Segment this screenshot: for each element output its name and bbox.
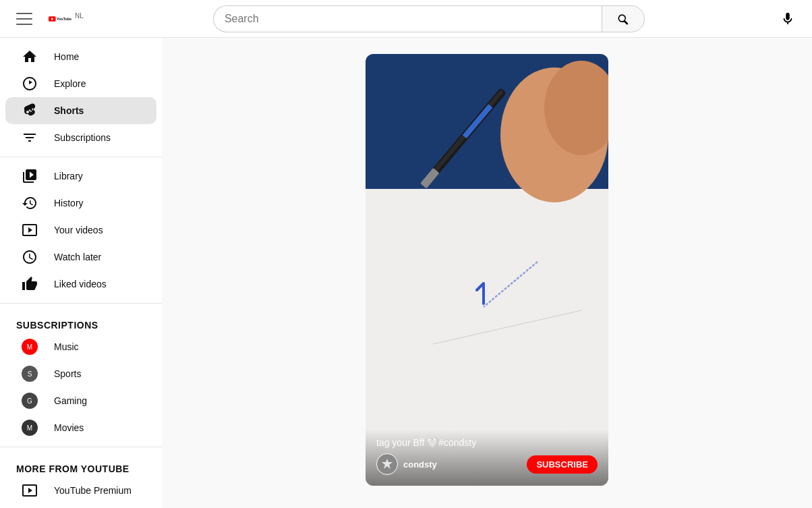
header: YouTube NL xyxy=(0,0,812,38)
your-videos-icon xyxy=(22,222,38,238)
search-button[interactable] xyxy=(602,5,645,32)
main-content: tag your Bff 🤍#condsty condsty SUBSCRIBE xyxy=(162,38,812,508)
logo-country: NL xyxy=(75,12,84,20)
more-section-title: MORE FROM YOUTUBE xyxy=(0,453,162,477)
hamburger-icon xyxy=(16,11,32,27)
channel-avatar-icon xyxy=(378,455,397,474)
sidebar-item-sports-label: Sports xyxy=(54,368,81,379)
search-area xyxy=(94,5,763,32)
sidebar-item-history-label: History xyxy=(54,198,84,208)
sidebar-item-explore[interactable]: Explore xyxy=(5,70,156,97)
svg-text:YouTube: YouTube xyxy=(57,16,71,20)
shorts-icon xyxy=(22,103,38,119)
shorts-container: tag your Bff 🤍#condsty condsty SUBSCRIBE xyxy=(366,54,608,492)
short-overlay: tag your Bff 🤍#condsty condsty SUBSCRIBE xyxy=(366,429,608,486)
sidebar-item-youtube-premium[interactable]: YouTube Premium xyxy=(5,477,156,504)
sidebar: Home Explore Shorts Subscriptions Librar… xyxy=(0,38,162,508)
sidebar-item-watch-later-label: Watch later xyxy=(54,252,101,262)
mic-icon xyxy=(780,11,795,26)
sidebar-item-movies-label: Movies xyxy=(54,422,84,433)
sidebar-item-history[interactable]: History xyxy=(5,190,156,217)
library-icon xyxy=(22,168,38,184)
sidebar-item-liked-videos-label: Liked videos xyxy=(54,279,107,289)
search-bar xyxy=(213,5,645,32)
music-avatar: M xyxy=(22,339,38,355)
search-icon xyxy=(616,12,630,26)
subscriptions-icon xyxy=(22,130,38,146)
watch-later-icon xyxy=(22,249,38,265)
sidebar-item-your-videos[interactable]: Your videos xyxy=(5,217,156,244)
home-icon xyxy=(22,49,38,65)
history-icon xyxy=(22,195,38,211)
search-input[interactable] xyxy=(213,5,602,32)
sidebar-item-your-videos-label: Your videos xyxy=(54,225,103,235)
liked-videos-icon xyxy=(22,276,38,292)
sidebar-divider-2 xyxy=(0,303,162,304)
header-left: YouTube NL xyxy=(11,5,84,32)
youtube-logo-icon: YouTube xyxy=(49,11,71,27)
sidebar-item-youtube-premium-label: YouTube Premium xyxy=(54,485,132,496)
sidebar-item-movies[interactable]: M Movies xyxy=(5,414,156,441)
sidebar-item-shorts[interactable]: Shorts xyxy=(5,97,156,124)
gaming-avatar: G xyxy=(22,393,38,409)
sidebar-divider-1 xyxy=(0,157,162,157)
sidebar-item-gaming[interactable]: G Gaming xyxy=(5,387,156,414)
channel-name: condsty xyxy=(403,459,437,470)
sidebar-item-watch-later[interactable]: Watch later xyxy=(5,244,156,271)
sidebar-item-music-label: Music xyxy=(54,341,79,352)
hamburger-button[interactable] xyxy=(11,5,38,32)
sidebar-item-movies2[interactable]: Movies xyxy=(5,504,156,508)
sidebar-divider-3 xyxy=(0,447,162,447)
subscribe-button[interactable]: SUBSCRIBE xyxy=(527,455,598,474)
sidebar-item-shorts-label: Shorts xyxy=(54,105,84,116)
short-card[interactable]: tag your Bff 🤍#condsty condsty SUBSCRIBE xyxy=(366,54,608,486)
explore-icon xyxy=(22,76,38,92)
sidebar-item-subscriptions-label: Subscriptions xyxy=(54,132,111,143)
mic-button[interactable] xyxy=(774,5,801,32)
short-video: tag your Bff 🤍#condsty condsty SUBSCRIBE xyxy=(366,54,608,486)
sidebar-item-music[interactable]: M Music xyxy=(5,333,156,360)
sidebar-item-gaming-label: Gaming xyxy=(54,395,87,406)
subscriptions-section-title: SUBSCRIPTIONS xyxy=(0,309,162,333)
sidebar-item-home-label: Home xyxy=(54,51,79,62)
sports-avatar: S xyxy=(22,366,38,382)
header-right xyxy=(774,5,801,32)
sidebar-item-home[interactable]: Home xyxy=(5,43,156,70)
short-tag-text: tag your Bff 🤍#condsty xyxy=(376,437,598,448)
sidebar-item-liked-videos[interactable]: Liked videos xyxy=(5,271,156,298)
video-visual xyxy=(366,54,608,486)
sidebar-item-library[interactable]: Library xyxy=(5,163,156,190)
channel-avatar xyxy=(376,453,398,475)
movies-avatar: M xyxy=(22,420,38,436)
premium-icon xyxy=(22,482,38,499)
sidebar-item-library-label: Library xyxy=(54,171,83,181)
sidebar-item-explore-label: Explore xyxy=(54,78,86,89)
youtube-logo[interactable]: YouTube NL xyxy=(49,11,84,27)
sidebar-item-subscriptions[interactable]: Subscriptions xyxy=(5,124,156,151)
svg-point-7 xyxy=(538,155,585,182)
sidebar-item-sports[interactable]: S Sports xyxy=(5,360,156,387)
short-channel: condsty SUBSCRIBE xyxy=(376,453,598,475)
